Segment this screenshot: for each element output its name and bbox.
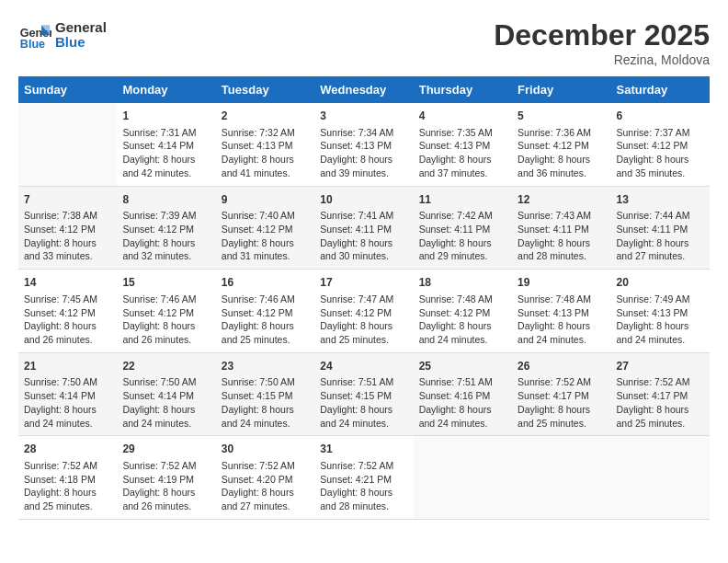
day-info: Daylight: 8 hours and 25 minutes. <box>617 403 704 430</box>
day-info: Daylight: 8 hours and 24 minutes. <box>617 319 704 346</box>
calendar-cell <box>414 436 512 520</box>
day-number: 15 <box>122 275 210 291</box>
calendar-table: SundayMondayTuesdayWednesdayThursdayFrid… <box>18 76 710 520</box>
weekday-header: Wednesday <box>314 76 413 103</box>
weekday-header: Sunday <box>18 76 117 103</box>
day-info: Sunset: 4:12 PM <box>24 223 111 236</box>
day-info: Daylight: 8 hours and 30 minutes. <box>320 236 407 263</box>
calendar-cell: 4Sunrise: 7:35 AMSunset: 4:13 PMDaylight… <box>414 103 512 186</box>
logo-icon: General Blue <box>18 18 51 52</box>
day-info: Sunrise: 7:44 AM <box>617 209 704 223</box>
day-info: Daylight: 8 hours and 27 minutes. <box>222 486 309 512</box>
day-info: Sunset: 4:14 PM <box>122 389 210 403</box>
day-info: Daylight: 8 hours and 29 minutes. <box>419 236 506 263</box>
day-info: Daylight: 8 hours and 26 minutes. <box>122 319 210 346</box>
day-number: 31 <box>320 442 407 457</box>
day-info: Sunrise: 7:52 AM <box>122 459 210 473</box>
day-number: 20 <box>617 275 704 291</box>
day-info: Sunrise: 7:50 AM <box>222 375 309 389</box>
day-info: Daylight: 8 hours and 32 minutes. <box>122 236 210 263</box>
day-info: Daylight: 8 hours and 24 minutes. <box>24 403 111 430</box>
calendar-cell: 18Sunrise: 7:48 AMSunset: 4:12 PMDayligh… <box>414 270 512 353</box>
calendar-cell: 31Sunrise: 7:52 AMSunset: 4:21 PMDayligh… <box>314 436 413 520</box>
day-info: Sunrise: 7:48 AM <box>518 293 605 306</box>
day-info: Sunrise: 7:43 AM <box>518 209 605 223</box>
day-info: Sunset: 4:12 PM <box>222 223 309 236</box>
day-info: Sunrise: 7:42 AM <box>419 209 506 223</box>
day-info: Daylight: 8 hours and 24 minutes. <box>419 319 506 346</box>
calendar-cell <box>512 436 610 520</box>
calendar-header: SundayMondayTuesdayWednesdayThursdayFrid… <box>18 76 710 103</box>
day-number: 9 <box>222 192 309 208</box>
day-info: Sunset: 4:12 PM <box>617 139 704 153</box>
logo: General Blue General Blue <box>18 18 107 52</box>
day-info: Sunset: 4:13 PM <box>222 139 309 153</box>
location: Rezina, Moldova <box>494 52 710 67</box>
day-info: Sunset: 4:13 PM <box>617 306 704 320</box>
day-info: Sunrise: 7:52 AM <box>518 375 605 389</box>
day-number: 19 <box>518 275 605 291</box>
day-info: Daylight: 8 hours and 24 minutes. <box>122 403 210 430</box>
day-info: Sunrise: 7:40 AM <box>222 209 309 223</box>
day-info: Daylight: 8 hours and 25 minutes. <box>518 403 605 430</box>
day-number: 6 <box>617 109 704 124</box>
calendar-cell <box>611 436 710 520</box>
weekday-header: Thursday <box>414 76 512 103</box>
calendar-cell: 25Sunrise: 7:51 AMSunset: 4:16 PMDayligh… <box>414 352 512 436</box>
day-info: Sunrise: 7:47 AM <box>320 293 407 306</box>
month-title: December 2025 <box>494 18 710 52</box>
day-info: Daylight: 8 hours and 28 minutes. <box>518 236 605 263</box>
calendar-cell: 22Sunrise: 7:50 AMSunset: 4:14 PMDayligh… <box>117 352 215 436</box>
day-info: Daylight: 8 hours and 26 minutes. <box>122 486 210 512</box>
svg-text:Blue: Blue <box>20 38 45 51</box>
day-info: Sunrise: 7:39 AM <box>122 209 210 223</box>
day-info: Sunrise: 7:31 AM <box>122 126 210 140</box>
title-block: December 2025 Rezina, Moldova <box>494 18 710 67</box>
logo-line2: Blue <box>55 35 107 51</box>
calendar-week-row: 14Sunrise: 7:45 AMSunset: 4:12 PMDayligh… <box>18 270 710 353</box>
day-info: Sunrise: 7:35 AM <box>419 126 506 140</box>
day-number: 16 <box>222 275 309 291</box>
day-info: Daylight: 8 hours and 31 minutes. <box>222 236 309 263</box>
day-number: 14 <box>24 275 111 291</box>
day-info: Sunset: 4:15 PM <box>320 389 407 403</box>
day-number: 28 <box>24 442 111 457</box>
calendar-cell: 1Sunrise: 7:31 AMSunset: 4:14 PMDaylight… <box>117 103 215 186</box>
calendar-cell: 29Sunrise: 7:52 AMSunset: 4:19 PMDayligh… <box>117 436 215 520</box>
day-info: Sunrise: 7:52 AM <box>24 459 111 473</box>
calendar-cell: 21Sunrise: 7:50 AMSunset: 4:14 PMDayligh… <box>18 352 117 436</box>
day-number: 26 <box>518 359 605 374</box>
day-info: Sunset: 4:12 PM <box>24 306 111 320</box>
day-info: Daylight: 8 hours and 35 minutes. <box>617 153 704 179</box>
day-number: 2 <box>222 109 309 124</box>
calendar-cell: 30Sunrise: 7:52 AMSunset: 4:20 PMDayligh… <box>216 436 314 520</box>
day-info: Sunset: 4:21 PM <box>320 473 407 487</box>
calendar-cell: 20Sunrise: 7:49 AMSunset: 4:13 PMDayligh… <box>611 270 710 353</box>
day-info: Sunset: 4:11 PM <box>419 223 506 236</box>
day-info: Sunset: 4:13 PM <box>518 306 605 320</box>
day-number: 8 <box>122 192 210 208</box>
day-number: 22 <box>122 359 210 374</box>
day-info: Sunrise: 7:49 AM <box>617 293 704 306</box>
day-info: Daylight: 8 hours and 24 minutes. <box>222 403 309 430</box>
calendar-cell: 19Sunrise: 7:48 AMSunset: 4:13 PMDayligh… <box>512 270 610 353</box>
calendar-cell: 5Sunrise: 7:36 AMSunset: 4:12 PMDaylight… <box>512 103 610 186</box>
day-info: Sunrise: 7:45 AM <box>24 293 111 306</box>
calendar-cell: 12Sunrise: 7:43 AMSunset: 4:11 PMDayligh… <box>512 186 610 270</box>
calendar-cell: 8Sunrise: 7:39 AMSunset: 4:12 PMDaylight… <box>117 186 215 270</box>
day-info: Daylight: 8 hours and 39 minutes. <box>320 153 407 179</box>
weekday-header: Saturday <box>611 76 710 103</box>
day-info: Daylight: 8 hours and 24 minutes. <box>419 403 506 430</box>
day-number: 18 <box>419 275 506 291</box>
weekday-header: Monday <box>117 76 215 103</box>
day-number: 30 <box>222 442 309 457</box>
day-info: Daylight: 8 hours and 28 minutes. <box>320 486 407 512</box>
day-info: Sunset: 4:11 PM <box>320 223 407 236</box>
day-info: Sunrise: 7:46 AM <box>122 293 210 306</box>
day-info: Sunset: 4:11 PM <box>617 223 704 236</box>
calendar-cell: 11Sunrise: 7:42 AMSunset: 4:11 PMDayligh… <box>414 186 512 270</box>
day-number: 23 <box>222 359 309 374</box>
day-number: 25 <box>419 359 506 374</box>
day-info: Sunset: 4:12 PM <box>122 223 210 236</box>
day-info: Sunrise: 7:38 AM <box>24 209 111 223</box>
